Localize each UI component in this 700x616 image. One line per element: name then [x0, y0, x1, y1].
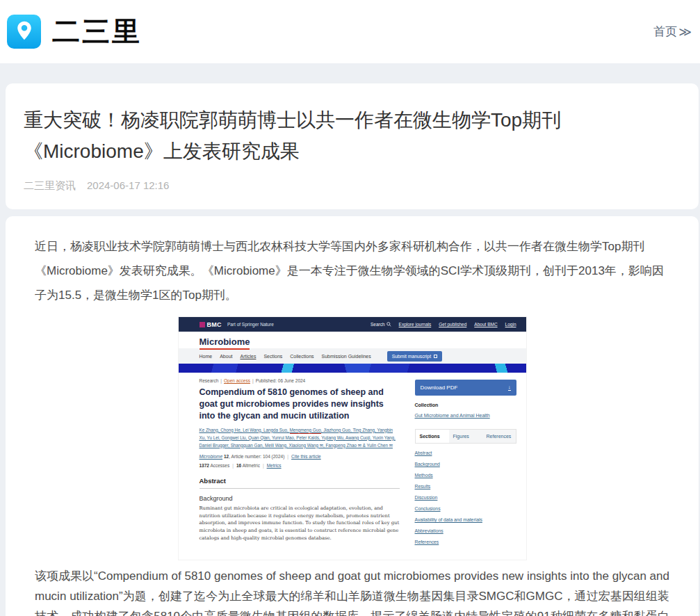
bmc-nav-bar: Home About Articles Sections Collections… [179, 348, 526, 364]
abstract-heading: Abstract [200, 477, 400, 489]
article-paragraph-1: 近日，杨凌职业技术学院郭萌萌博士与西北农林科技大学等国内外多家科研机构合作，以共… [35, 234, 669, 307]
divider: | [232, 463, 234, 468]
section-link-references[interactable]: References [415, 540, 516, 544]
bmc-link-about-bmc[interactable]: About BMC [474, 322, 497, 327]
download-pdf-label: Download PDF [421, 384, 458, 391]
article-source: 二三里资讯 [24, 179, 76, 193]
bmc-nav-collections[interactable]: Collections [290, 354, 314, 359]
bmc-journal-name[interactable]: Microbiome [200, 337, 250, 350]
search-icon [386, 322, 391, 327]
background-heading: Background [200, 495, 400, 502]
bmc-logo-text[interactable]: BMC [207, 321, 222, 328]
tab-references[interactable]: References [482, 430, 516, 443]
download-pdf-button[interactable]: Download PDF ↓ [415, 380, 516, 396]
home-link[interactable]: 首页 ≫ [653, 24, 692, 40]
bmc-citation-line: Microbiome 12, Article number: 104 (2024… [200, 454, 400, 459]
bmc-search-button[interactable]: Search [371, 322, 391, 327]
section-link-results[interactable]: Results [415, 484, 516, 489]
section-link-availability[interactable]: Availability of data and materials [415, 517, 516, 522]
section-link-conclusions[interactable]: Conclusions [415, 506, 516, 511]
bmc-link-login[interactable]: Login [505, 322, 516, 327]
author-mengmeng-guo-highlighted[interactable]: Mengmeng Guo [290, 428, 321, 434]
divider: | [220, 378, 222, 383]
bmc-top-bar: BMC Part of Springer Nature Search Explo… [179, 317, 526, 332]
download-icon: ↓ [508, 384, 511, 391]
bmc-citation-journal-link[interactable]: Microbiome [200, 454, 223, 459]
bmc-authors-list[interactable]: Ke Zhang, Chong He, Lei Wang, Langda Suo… [200, 426, 400, 449]
section-link-methods[interactable]: Methods [415, 473, 516, 478]
bmc-banner-graphic [179, 364, 526, 373]
section-link-abbreviations[interactable]: Abbreviations [415, 528, 516, 533]
section-link-background[interactable]: Background [415, 462, 516, 467]
divider: | [252, 378, 254, 383]
bmc-paper-title: Compendium of 5810 genomes of sheep and … [200, 387, 400, 422]
bmc-nav-submission-guidelines[interactable]: Submission Guidelines [322, 354, 371, 359]
bmc-link-get-published[interactable]: Get published [439, 322, 466, 327]
cite-this-article-link[interactable]: Cite this article [291, 454, 321, 459]
background-paragraph: Ruminant gut microbiota are critical in … [200, 505, 400, 542]
section-link-discussion[interactable]: Discussion [415, 495, 516, 500]
sidebar-tabs: Sections Figures References [415, 429, 516, 444]
submit-manuscript-button[interactable]: Submit manuscript [387, 351, 442, 362]
tab-sections[interactable]: Sections [416, 430, 449, 443]
bmc-nav-sections[interactable]: Sections [263, 354, 282, 359]
bmc-nav-articles[interactable]: Articles [240, 354, 256, 359]
accesses-count: 1372 [200, 463, 209, 468]
bmc-top-links: Search Explore journals Get published Ab… [371, 322, 516, 327]
article-title: 重大突破！杨凌职院郭萌萌博士以共一作者在微生物学Top期刊《Microbiome… [24, 104, 676, 167]
accesses-label: Accesses [210, 463, 229, 468]
bmc-article-type: Research [200, 378, 219, 383]
article-byline: 二三里资讯 2024-06-17 12:16 [24, 179, 676, 193]
site-header: 二三里 首页 ≫ [0, 0, 700, 63]
home-link-label: 首页 [653, 24, 677, 40]
open-access-link[interactable]: Open access [224, 378, 250, 383]
bmc-citation-info: , Article number: 104 (2024) [229, 454, 284, 459]
bmc-journal-row: Microbiome [179, 332, 526, 348]
collection-label: Collection [415, 403, 516, 407]
tab-figures[interactable]: Figures [449, 430, 482, 443]
bmc-meta-line: Research|Open access|Published: 06 June … [200, 378, 400, 383]
article-paragraph-2: 该项成果以“Compendium of 5810 genomes of shee… [35, 566, 669, 616]
bmc-nav-about[interactable]: About [220, 354, 232, 359]
section-link-abstract[interactable]: Abstract [415, 451, 516, 455]
sidebar-section-links: Abstract Background Methods Results Disc… [415, 451, 516, 544]
bmc-sidebar: Download PDF ↓ Collection Gut Microbiome… [415, 378, 516, 544]
bmc-article-area: Research|Open access|Published: 06 June … [179, 373, 526, 560]
location-pin-icon [13, 19, 36, 45]
chevron-right-icon: ≫ [678, 24, 692, 40]
submit-manuscript-label: Submit manuscript [392, 354, 431, 359]
bmc-nav-home[interactable]: Home [200, 354, 213, 359]
metrics-link[interactable]: Metrics [267, 463, 282, 468]
site-logo[interactable] [7, 15, 41, 49]
brand-title: 二三里 [52, 13, 142, 51]
divider: | [287, 454, 288, 459]
altmetric-label: Altmetric [243, 463, 260, 468]
bmc-tagline: Part of Springer Nature [227, 322, 274, 327]
bmc-logo-icon [200, 322, 205, 327]
bmc-main-column: Research|Open access|Published: 06 June … [200, 378, 400, 544]
article-title-card: 重大突破！杨凌职院郭萌萌博士以共一作者在微生物学Top期刊《Microbiome… [6, 83, 699, 209]
authors-segment[interactable]: Ke Zhang, Chong He, Lei Wang, Langda Suo… [200, 428, 290, 432]
bmc-search-label: Search [371, 322, 385, 327]
article-timestamp: 2024-06-17 12:16 [87, 179, 169, 193]
external-link-icon [434, 355, 437, 358]
bmc-journal-screenshot: BMC Part of Springer Nature Search Explo… [179, 317, 526, 560]
article-body-card: 近日，杨凌职业技术学院郭萌萌博士与西北农林科技大学等国内外多家科研机构合作，以共… [6, 216, 699, 616]
divider: | [263, 463, 264, 468]
bmc-link-explore-journals[interactable]: Explore journals [399, 322, 432, 327]
bmc-metrics-line: 1372 Accesses|16 Altmetric|Metrics [200, 463, 400, 468]
collection-link[interactable]: Gut Microbiome and Animal Health [415, 413, 490, 418]
altmetric-count: 16 [236, 463, 241, 468]
bmc-published-date: Published: 06 June 2024 [256, 378, 306, 383]
